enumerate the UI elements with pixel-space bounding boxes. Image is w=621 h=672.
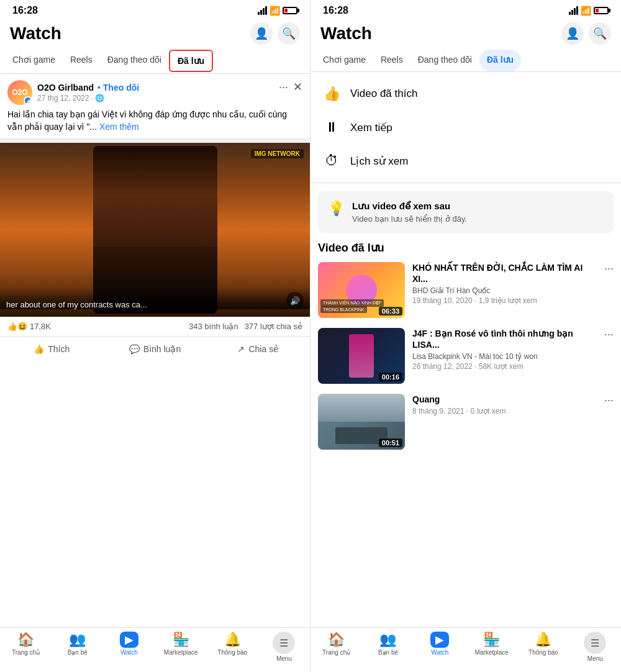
post-author-info-left: O2O Girlband • Theo dõi 27 thg 12, 2022 … — [37, 83, 139, 102]
video-player-left[interactable]: IMG NETWORK her about one of my contract… — [0, 143, 310, 317]
wifi-icon-right: 📶 — [581, 6, 591, 16]
video-meta-1: 19 tháng 10, 2020 · 1,9 triệu lượt xem — [412, 296, 597, 305]
dropdown-liked-videos[interactable]: 👍 Video đã thích — [310, 77, 621, 111]
save-hint-title: Lưu video để xem sau — [352, 201, 467, 212]
nav-ban-be-right[interactable]: 👥 Bạn bè — [362, 632, 414, 662]
video-thumb-3[interactable]: 00:51 — [318, 394, 405, 450]
right-panel-scroll: 👍 Video đã thích ⏸ Xem tiếp ⏱ Lịch sử xe… — [310, 72, 621, 627]
follow-button-left[interactable]: • Theo dõi — [97, 83, 139, 93]
nav-menu-right[interactable]: ☰ Menu — [569, 632, 621, 662]
share-icon-left: ↗ — [237, 344, 245, 354]
saved-video-card-2: 00:16 J4F : Bạn Rosé vô tình thôi nhưng … — [318, 328, 614, 384]
page-title-left: Watch — [10, 24, 61, 43]
nav-tabs-right: Chơi game Reels Đang theo dõi Đã lưu — [310, 50, 621, 72]
profile-icon-button-right[interactable]: 👤 — [561, 22, 584, 45]
battery-fill-right — [596, 9, 599, 12]
search-icon-button-right[interactable]: 🔍 — [589, 22, 611, 45]
comment-count-left: 343 bình luận — [189, 322, 238, 331]
nav-label-menu-right: Menu — [587, 655, 603, 662]
video-menu-icon-3[interactable]: ··· — [604, 394, 614, 407]
marketplace-icon-left: 🏪 — [173, 632, 189, 648]
nav-label-menu-left: Menu — [276, 655, 292, 662]
dropdown-liked-label: Video đã thích — [350, 88, 417, 100]
nav-thong-bao-left[interactable]: 🔔 Thông báo — [207, 632, 258, 662]
video-channel-1: BHD Giải Trí Hàn Quốc — [412, 286, 597, 295]
video-menu-icon-2[interactable]: ··· — [604, 328, 614, 341]
video-meta-2: 26 tháng 12, 2022 · 58K lượt xem — [412, 362, 597, 371]
nav-label-marketplace-left: Marketplace — [164, 649, 197, 656]
tab-da-luu-left[interactable]: Đã lưu — [169, 50, 213, 72]
tab-theo-doi-right[interactable]: Đang theo dõi — [410, 50, 479, 71]
battery-fill — [284, 9, 288, 12]
nav-trang-chu-right[interactable]: 🏠 Trang chủ — [310, 632, 362, 662]
video-menu-icon-1[interactable]: ··· — [604, 262, 614, 275]
nav-watch-right[interactable]: ▶ Watch — [414, 632, 466, 662]
dropdown-continue-label: Xem tiếp — [350, 121, 392, 134]
tab-da-luu-right[interactable]: Đã lưu — [479, 50, 521, 71]
saved-video-card-1: THÀNH VIÊN NÀO XINH ĐẸP TRONG BLACKPINK … — [318, 262, 614, 318]
menu-icon-right: ☰ — [584, 632, 606, 654]
nav-label-thong-bao-right: Thông báo — [528, 649, 558, 656]
nav-trang-chu-left[interactable]: 🏠 Trang chủ — [0, 632, 52, 662]
watch-icon-right: ▶ — [430, 632, 449, 648]
post-top-actions-left: ··· ✕ — [279, 80, 302, 94]
battery-icon — [283, 7, 297, 14]
dropdown-watch-history[interactable]: ⏱ Lịch sử xem — [310, 144, 621, 178]
tab-choi-game-left[interactable]: Chơi game — [5, 50, 63, 73]
share-count-left: 377 lượt chia sẻ — [245, 322, 302, 331]
action-buttons-left: 👍 Thích 💬 Bình luận ↗ Chia sẻ — [0, 336, 310, 361]
tab-theo-doi-left[interactable]: Đang theo dõi — [100, 50, 169, 73]
saved-video-card-3: 00:51 Quang 8 tháng 9, 2021 · 0 lượt xem… — [318, 394, 614, 450]
tab-choi-game-right[interactable]: Chơi game — [315, 50, 373, 71]
video-duration-1: 06:33 — [379, 307, 402, 316]
video-thumb-2[interactable]: 00:16 — [318, 328, 405, 384]
comment-icon-left: 💬 — [129, 344, 140, 354]
share-button-left[interactable]: ↗ Chia sẻ — [207, 339, 310, 359]
home-icon-right: 🏠 — [328, 632, 345, 648]
nav-label-ban-be-left: Bạn bè — [68, 649, 88, 656]
close-icon-left[interactable]: ✕ — [293, 80, 302, 94]
dropdown-continue-watching[interactable]: ⏸ Xem tiếp — [310, 111, 621, 144]
read-more-link-left[interactable]: Xem thêm — [99, 122, 139, 132]
saved-videos-title: Video đã lưu — [318, 241, 614, 255]
post-card-left: O2O ✓ O2O Girlband • Theo dõi 27 thg 12,… — [0, 74, 310, 143]
tab-reels-right[interactable]: Reels — [373, 50, 410, 71]
search-icon-button-left[interactable]: 🔍 — [278, 22, 300, 45]
video-meta-3: 8 tháng 9, 2021 · 0 lượt xem — [412, 407, 597, 415]
nav-label-watch-left: Watch — [120, 649, 138, 656]
comment-button-left[interactable]: 💬 Bình luận — [103, 339, 206, 359]
video-subtitle-left: her about one of my contracts was ca... — [0, 288, 310, 309]
video-thumb-subtext-1: TRONG BLACKPINK — [320, 306, 367, 313]
save-hint-card: 💡 Lưu video để xem sau Video bạn lưu sẽ … — [318, 191, 614, 234]
more-options-icon-left[interactable]: ··· — [279, 81, 288, 94]
author-name-left: O2O Girlband • Theo dõi — [37, 83, 139, 93]
video-thumb-1[interactable]: THÀNH VIÊN NÀO XINH ĐẸP TRONG BLACKPINK … — [318, 262, 405, 318]
nav-marketplace-left[interactable]: 🏪 Marketplace — [155, 632, 207, 662]
video-duration-3: 00:51 — [379, 438, 402, 447]
post-text-left: Hai lần chia tay bạn gái Việt vì không đ… — [7, 109, 302, 133]
dropdown-history-label: Lịch sử xem — [350, 155, 408, 168]
header-actions-right: 👤 🔍 — [561, 22, 611, 45]
saved-videos-section: Video đã lưu THÀNH VIÊN NÀO XINH ĐẸP TRO… — [310, 241, 621, 450]
video-bg-left: IMG NETWORK her about one of my contract… — [0, 143, 310, 317]
nav-ban-be-left[interactable]: 👥 Bạn bè — [52, 632, 103, 662]
video-info-3: Quang 8 tháng 9, 2021 · 0 lượt xem — [412, 394, 597, 415]
nav-watch-left[interactable]: ▶ Watch — [103, 632, 155, 662]
post-header-left: O2O ✓ O2O Girlband • Theo dõi 27 thg 12,… — [7, 80, 302, 105]
nav-menu-left[interactable]: ☰ Menu — [258, 632, 310, 662]
video-watermark-left: IMG NETWORK — [251, 149, 304, 158]
nav-label-marketplace-right: Marketplace — [474, 649, 508, 656]
nav-label-trang-chu-right: Trang chủ — [322, 649, 350, 656]
save-hint-text: Lưu video để xem sau Video bạn lưu sẽ hi… — [352, 201, 467, 224]
nav-thong-bao-right[interactable]: 🔔 Thông báo — [517, 632, 569, 662]
nav-marketplace-right[interactable]: 🏪 Marketplace — [466, 632, 517, 662]
post-author-row-left: O2O ✓ O2O Girlband • Theo dõi 27 thg 12,… — [7, 80, 139, 105]
tab-reels-left[interactable]: Reels — [63, 50, 100, 73]
verified-badge-left: ✓ — [24, 96, 32, 105]
volume-icon-left[interactable]: 🔊 — [286, 292, 304, 309]
reactions-right-left: 343 bình luận 377 lượt chia sẻ — [189, 322, 302, 331]
like-button-left[interactable]: 👍 Thích — [0, 339, 103, 359]
profile-icon-button-left[interactable]: 👤 — [250, 22, 273, 45]
status-icons-left: 📶 — [258, 6, 297, 16]
time-right: 16:28 — [323, 5, 348, 16]
